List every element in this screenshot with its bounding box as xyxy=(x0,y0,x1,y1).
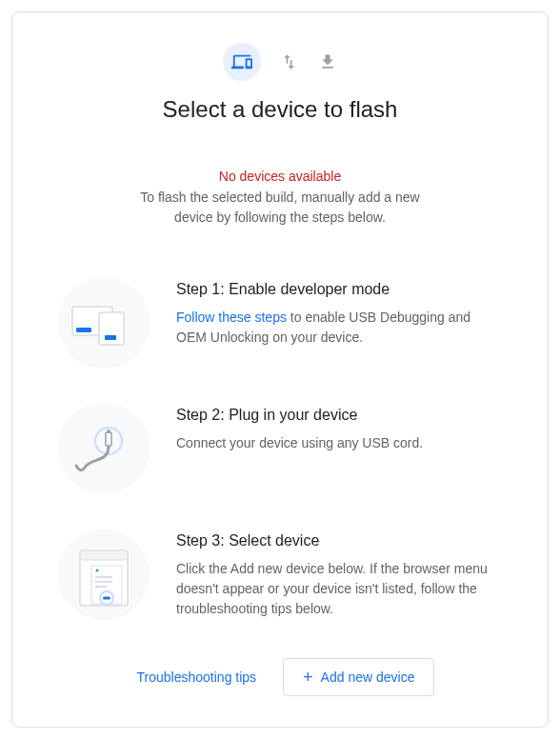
svg-rect-6 xyxy=(108,429,110,433)
steps-list: Step 1: Enable developer mode Follow the… xyxy=(58,277,502,620)
actions-row: Troubleshooting tips + Add new device xyxy=(58,658,502,696)
devices-icon xyxy=(231,51,252,72)
step-3-content: Step 3: Select device Click the Add new … xyxy=(176,529,502,619)
download-icon xyxy=(318,52,337,71)
svg-rect-1 xyxy=(76,328,91,332)
step-3-title: Step 3: Select device xyxy=(176,532,502,549)
transfer-icon xyxy=(280,52,299,71)
svg-rect-13 xyxy=(95,586,107,588)
step-3: Step 3: Select device Click the Add new … xyxy=(58,529,502,620)
svg-rect-3 xyxy=(105,335,116,340)
add-device-button[interactable]: + Add new device xyxy=(283,658,434,696)
step-2-illustration xyxy=(58,403,150,494)
add-device-label: Add new device xyxy=(321,669,415,685)
follow-steps-link[interactable]: Follow these steps xyxy=(176,310,287,325)
svg-rect-5 xyxy=(106,432,111,446)
troubleshooting-button[interactable]: Troubleshooting tips xyxy=(126,662,269,692)
plus-icon: + xyxy=(303,669,313,686)
svg-rect-11 xyxy=(95,576,112,578)
step-1-illustration xyxy=(58,277,150,369)
step-3-illustration xyxy=(58,529,150,620)
step-1: Step 1: Enable developer mode Follow the… xyxy=(58,277,502,369)
download-tab[interactable] xyxy=(318,52,337,71)
step-2-desc: Connect your device using any USB cord. xyxy=(176,433,502,453)
step-1-title: Step 1: Enable developer mode xyxy=(176,281,502,298)
svg-rect-8 xyxy=(80,550,128,560)
transfer-tab[interactable] xyxy=(280,52,299,71)
no-devices-description: To flash the selected build, manually ad… xyxy=(123,188,437,228)
step-3-desc: Click the Add new device below. If the b… xyxy=(176,559,502,619)
page-title: Select a device to flash xyxy=(58,96,502,123)
step-1-content: Step 1: Enable developer mode Follow the… xyxy=(176,277,502,348)
step-1-desc: Follow these steps to enable USB Debuggi… xyxy=(176,308,502,348)
step-2: Step 2: Plug in your device Connect your… xyxy=(58,403,502,494)
svg-rect-15 xyxy=(103,597,110,600)
step-2-title: Step 2: Plug in your device xyxy=(176,407,502,424)
tab-icons-row xyxy=(58,43,502,81)
svg-rect-12 xyxy=(95,581,112,583)
step-2-content: Step 2: Plug in your device Connect your… xyxy=(176,403,502,453)
devices-tab[interactable] xyxy=(223,43,261,81)
no-devices-heading: No devices available xyxy=(58,169,502,184)
svg-point-10 xyxy=(96,569,99,572)
flash-card: Select a device to flash No devices avai… xyxy=(11,11,549,728)
